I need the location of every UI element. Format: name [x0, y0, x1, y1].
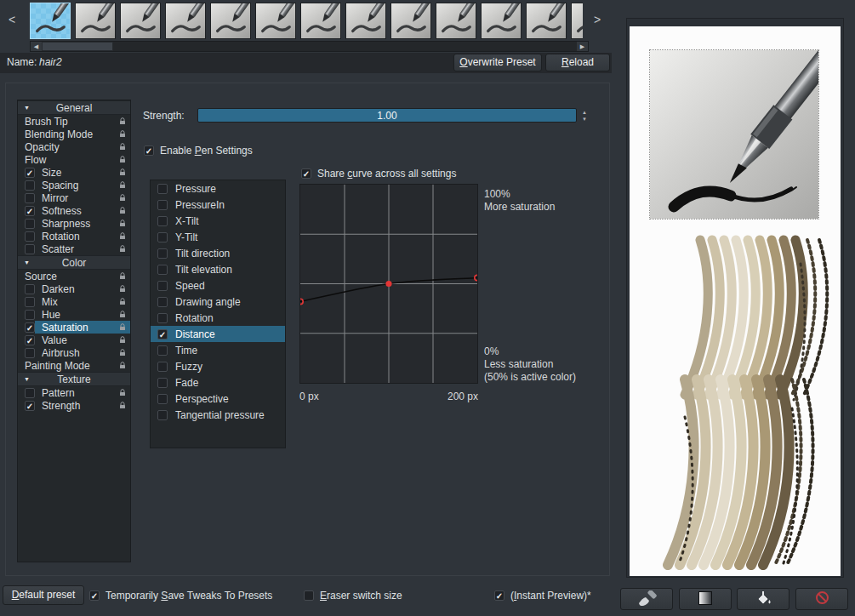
scratchpad-stroke-art[interactable] [634, 230, 836, 572]
rotation-checkbox[interactable] [157, 313, 168, 323]
scrollbar-thumb[interactable] [42, 42, 113, 51]
scrollbar-right-arrow-icon[interactable]: ▶ [577, 42, 588, 51]
scratchpad-paintbrush-button[interactable] [620, 588, 673, 610]
strength-checkbox[interactable]: ✓ [25, 401, 35, 411]
settings-item-size[interactable]: ✓Size [18, 166, 130, 179]
settings-item-softness[interactable]: ✓Softness [18, 204, 130, 217]
preset-thumbnail-10[interactable] [481, 3, 522, 39]
preset-thumbnail-3[interactable] [165, 3, 206, 39]
drawing-angle-checkbox[interactable] [157, 297, 168, 307]
settings-item-painting-mode[interactable]: Painting Mode [18, 359, 130, 372]
preset-thumbnail-0-selected[interactable] [30, 3, 71, 39]
spacing-checkbox[interactable] [25, 180, 35, 191]
settings-item-brush-tip[interactable]: Brush Tip [18, 115, 130, 128]
preset-strip-scrollbar[interactable]: ◀ ▶ [30, 41, 589, 52]
sensor-item-distance[interactable]: ✓Distance [151, 326, 285, 342]
settings-item-airbrush[interactable]: Airbrush [18, 346, 130, 359]
settings-item-spacing[interactable]: Spacing [18, 179, 130, 191]
saturation-checkbox[interactable]: ✓ [25, 322, 35, 333]
sensor-item-fuzzy[interactable]: Fuzzy [151, 358, 285, 374]
x-tilt-checkbox[interactable] [157, 216, 168, 226]
tilt-direction-checkbox[interactable] [157, 248, 168, 259]
sensor-item-tangential-pressure[interactable]: Tangential pressure [151, 407, 285, 423]
settings-item-opacity[interactable]: Opacity [18, 140, 130, 153]
preset-thumbnail-7[interactable] [345, 3, 386, 39]
preset-thumbnail-9[interactable] [436, 3, 476, 39]
mirror-checkbox[interactable] [25, 193, 35, 203]
preset-thumbnail-11[interactable] [526, 3, 567, 39]
preset-scroll-left-button[interactable]: < [9, 13, 15, 26]
settings-item-scatter[interactable]: Scatter [18, 242, 130, 255]
time-checkbox[interactable] [157, 345, 168, 356]
scratchpad-fill-button[interactable] [737, 588, 789, 610]
sensor-item-speed[interactable]: Speed [151, 277, 285, 294]
preset-thumbnail-4[interactable] [210, 3, 251, 39]
tangential-pressure-checkbox[interactable] [157, 410, 168, 420]
settings-item-flow[interactable]: Flow [18, 153, 130, 166]
preset-thumbnail-6[interactable] [300, 3, 341, 39]
scatter-checkbox[interactable] [25, 244, 35, 254]
preset-thumbnail-12[interactable] [571, 3, 583, 39]
pattern-checkbox[interactable] [25, 388, 35, 398]
sensor-item-time[interactable]: Time [151, 342, 285, 358]
preset-thumbnail-8[interactable] [390, 3, 431, 39]
default-preset-button[interactable]: Default preset [3, 585, 84, 605]
settings-item-darken[interactable]: Darken [18, 282, 130, 295]
settings-section-texture[interactable]: ▼Texture [18, 372, 130, 386]
airbrush-checkbox[interactable] [25, 348, 35, 358]
sensor-curve-editor[interactable] [299, 184, 478, 384]
spin-up-icon[interactable]: ▲ [579, 109, 590, 116]
settings-item-blending-mode[interactable]: Blending Mode [18, 128, 130, 140]
mix-checkbox[interactable] [25, 297, 35, 307]
perspective-checkbox[interactable] [157, 394, 168, 404]
sensor-item-fade[interactable]: Fade [151, 374, 285, 391]
settings-item-source[interactable]: Source [18, 270, 130, 282]
preset-thumbnail-1[interactable] [75, 3, 116, 39]
settings-item-rotation[interactable]: Rotation [18, 230, 130, 242]
sharpness-checkbox[interactable] [25, 219, 35, 229]
y-tilt-checkbox[interactable] [157, 232, 168, 242]
sensor-item-tilt-direction[interactable]: Tilt direction [151, 245, 285, 261]
sensor-item-tilt-elevation[interactable]: Tilt elevation [151, 261, 285, 277]
reload-button[interactable]: Reload [545, 54, 610, 71]
spin-down-icon[interactable]: ▼ [579, 116, 590, 123]
save-tweaks-checkbox[interactable]: ✓ [89, 590, 100, 601]
darken-checkbox[interactable] [25, 284, 35, 294]
settings-section-color[interactable]: ▼Color [18, 255, 130, 270]
share-curve-checkbox[interactable]: ✓ [301, 168, 311, 179]
sensor-item-pressure[interactable]: Pressure [151, 180, 285, 197]
scrollbar-left-arrow-icon[interactable]: ◀ [31, 42, 42, 51]
settings-item-saturation[interactable]: ✓Saturation [18, 321, 130, 334]
settings-item-hue[interactable]: Hue [18, 308, 130, 321]
preset-scroll-right-button[interactable]: > [594, 13, 601, 26]
settings-item-pattern[interactable]: Pattern [18, 386, 130, 399]
value-checkbox[interactable]: ✓ [25, 335, 35, 345]
distance-checkbox[interactable]: ✓ [157, 329, 168, 339]
preset-name-value[interactable]: hair2 [39, 56, 62, 68]
speed-checkbox[interactable] [157, 281, 168, 291]
instant-preview-checkbox[interactable]: ✓ [494, 590, 504, 601]
pressurein-checkbox[interactable] [157, 200, 168, 210]
sensor-item-pressurein[interactable]: PressureIn [151, 197, 285, 213]
settings-item-strength[interactable]: ✓Strength [18, 399, 130, 412]
hue-checkbox[interactable] [25, 310, 35, 320]
settings-item-sharpness[interactable]: Sharpness [18, 217, 130, 230]
softness-checkbox[interactable]: ✓ [25, 206, 35, 216]
strength-slider[interactable]: 1.00 [197, 108, 577, 123]
fade-checkbox[interactable] [157, 378, 168, 388]
preset-thumbnail-5[interactable] [255, 3, 296, 39]
preset-thumbnail-2[interactable] [120, 3, 161, 39]
sensor-item-y-tilt[interactable]: Y-Tilt [151, 229, 285, 245]
rotation-checkbox[interactable] [25, 231, 35, 242]
scratchpad-gradient-button[interactable] [679, 588, 732, 610]
sensor-item-perspective[interactable]: Perspective [151, 391, 285, 407]
sensor-item-rotation[interactable]: Rotation [151, 310, 285, 326]
size-checkbox[interactable]: ✓ [25, 168, 35, 178]
settings-section-general[interactable]: ▼General [18, 100, 130, 115]
settings-item-mix[interactable]: Mix [18, 295, 130, 308]
settings-item-value[interactable]: ✓Value [18, 334, 130, 346]
sensor-item-drawing-angle[interactable]: Drawing angle [151, 294, 285, 310]
tilt-elevation-checkbox[interactable] [157, 265, 168, 275]
eraser-switch-size-checkbox[interactable] [304, 590, 314, 601]
enable-pen-settings-checkbox[interactable]: ✓ [144, 145, 154, 156]
